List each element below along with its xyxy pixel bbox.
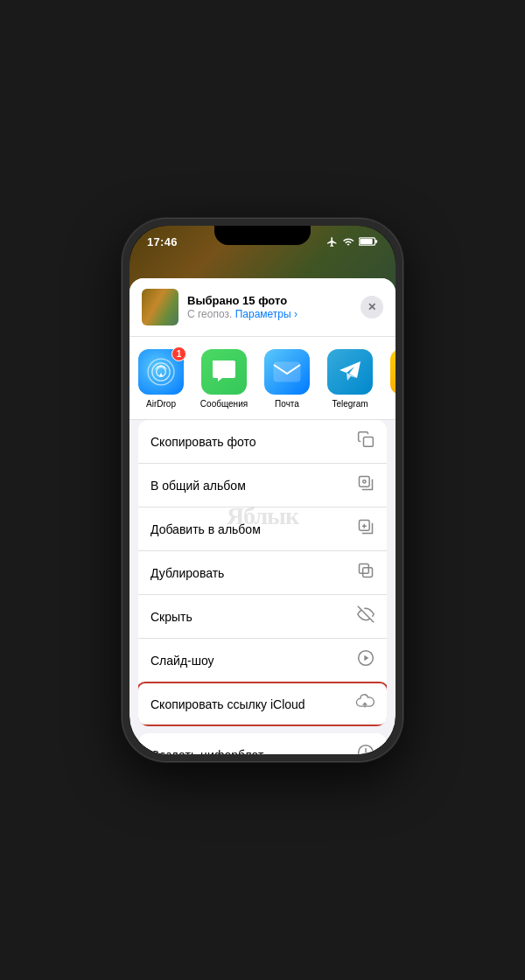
hide-label: Скрыть [150, 610, 192, 624]
mail-label: Почта [275, 399, 299, 409]
svg-point-12 [363, 480, 366, 483]
create-face-icon [357, 744, 374, 754]
share-title: Выбрано 15 фото [187, 294, 352, 307]
share-subtitle-static: С геопоз. [187, 308, 232, 320]
svg-marker-18 [364, 655, 368, 662]
share-header: Выбрано 15 фото С геопоз. Параметры › ✕ [130, 278, 396, 337]
action-copy-icloud[interactable]: Скопировать ссылку iCloud [138, 682, 387, 726]
shared-album-label: В общий альбом [150, 479, 246, 493]
telegram-label: Telegram [332, 399, 368, 409]
airplane-icon [326, 236, 338, 248]
share-title-area: Выбрано 15 фото С геопоз. Параметры › [187, 294, 352, 320]
duplicate-label: Дублировать [150, 566, 224, 580]
copy-photo-icon [357, 430, 374, 452]
add-album-icon [357, 518, 374, 540]
action-group-1: Скопировать фото В общий альбом [138, 420, 387, 726]
svg-rect-11 [360, 477, 370, 487]
share-thumbnail [142, 289, 178, 326]
slideshow-icon [357, 649, 374, 671]
svg-rect-15 [360, 564, 369, 574]
apps-row: 1 AirDrop Сообщения [130, 337, 396, 420]
telegram-svg-icon [336, 358, 364, 386]
action-shared-album[interactable]: В общий альбом [138, 463, 387, 507]
action-slideshow[interactable]: Слайд-шоу [138, 638, 387, 682]
slideshow-label: Слайд-шоу [150, 654, 214, 668]
hide-icon [357, 606, 374, 627]
airdrop-icon-container: 1 [138, 349, 184, 395]
telegram-icon-container [327, 349, 373, 395]
action-duplicate[interactable]: Дублировать [138, 550, 387, 594]
copy-photo-label: Скопировать фото [150, 435, 256, 449]
copy-icloud-icon [355, 694, 374, 714]
action-create-face[interactable]: Создать циферблат [138, 733, 387, 754]
share-sheet: Выбрано 15 фото С геопоз. Параметры › ✕ [130, 278, 396, 754]
action-copy-photo[interactable]: Скопировать фото [138, 420, 387, 463]
duplicate-icon [357, 562, 374, 584]
shared-album-icon [357, 474, 374, 496]
messages-svg-icon [211, 359, 237, 385]
action-group-2: Создать циферблат Сохранить в Файлы [138, 733, 387, 754]
phone-frame: 17:46 [122, 219, 402, 761]
mail-icon-container [264, 349, 310, 395]
app-item-mail[interactable]: Почта [256, 349, 318, 409]
app-item-messages[interactable]: Сообщения [192, 349, 256, 409]
more-icon-container [390, 349, 396, 395]
share-close-button[interactable]: ✕ [360, 296, 383, 318]
screen: 17:46 [130, 226, 396, 754]
action-hide[interactable]: Скрыть [138, 594, 387, 638]
airdrop-badge: 1 [172, 346, 186, 361]
app-item-airdrop[interactable]: 1 AirDrop [130, 349, 192, 409]
share-params-link[interactable]: Параметры › [235, 308, 298, 320]
add-album-label: Добавить в альбом [150, 522, 261, 536]
mail-svg-icon [273, 361, 301, 382]
close-icon: ✕ [368, 301, 376, 313]
status-icons [326, 236, 378, 248]
app-item-telegram[interactable]: Telegram [318, 349, 382, 409]
svg-rect-2 [360, 239, 372, 244]
action-scroll-area[interactable]: Скопировать фото В общий альбом [130, 420, 396, 754]
create-face-label: Создать циферблат [150, 748, 263, 755]
svg-rect-14 [363, 568, 373, 578]
action-add-album[interactable]: Добавить в альбом [138, 507, 387, 550]
notch [214, 226, 311, 245]
messages-icon-container [201, 349, 247, 395]
svg-rect-1 [375, 240, 377, 242]
copy-icloud-label: Скопировать ссылку iCloud [150, 697, 305, 711]
share-subtitle: С геопоз. Параметры › [187, 308, 352, 320]
battery-icon [359, 236, 378, 247]
wifi-icon [342, 236, 354, 248]
airdrop-label: AirDrop [146, 399, 176, 409]
app-item-more[interactable]: Ещё [382, 349, 396, 409]
messages-label: Сообщения [200, 399, 248, 409]
svg-rect-6 [274, 362, 300, 382]
airdrop-svg-icon [147, 358, 175, 386]
status-time: 17:46 [147, 235, 178, 248]
svg-rect-10 [364, 438, 374, 447]
